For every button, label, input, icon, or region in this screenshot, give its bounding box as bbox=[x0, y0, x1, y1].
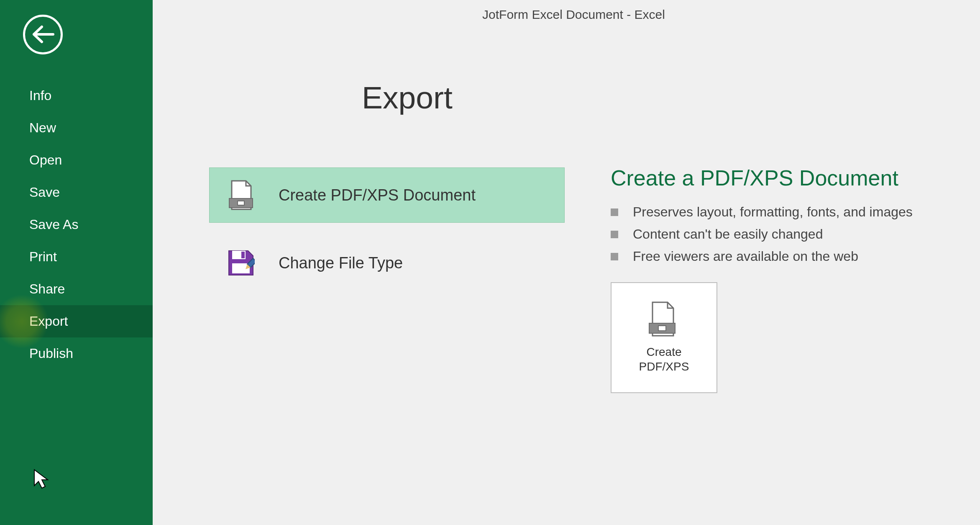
svg-rect-1 bbox=[238, 201, 244, 205]
bullet-icon bbox=[611, 253, 618, 260]
action-button-label: Create PDF/XPS bbox=[639, 345, 689, 374]
sidebar-item-label: Info bbox=[29, 88, 51, 103]
create-pdf-xps-button[interactable]: Create PDF/XPS bbox=[611, 282, 717, 393]
option-label: Change File Type bbox=[279, 254, 403, 272]
bullet-text: Free viewers are available on the web bbox=[633, 249, 858, 264]
sidebar-item-share[interactable]: Share bbox=[0, 273, 153, 305]
sidebar-item-new[interactable]: New bbox=[0, 112, 153, 144]
option-detail-panel: Create a PDF/XPS Document Preserves layo… bbox=[611, 165, 980, 525]
detail-bullet-list: Preserves layout, formatting, fonts, and… bbox=[611, 201, 980, 268]
pdf-doc-icon bbox=[226, 180, 256, 210]
svg-rect-6 bbox=[658, 326, 666, 331]
option-divider bbox=[209, 223, 565, 235]
sidebar-item-open[interactable]: Open bbox=[0, 144, 153, 176]
bullet-text: Preserves layout, formatting, fonts, and… bbox=[633, 204, 913, 220]
sidebar-item-save[interactable]: Save bbox=[0, 176, 153, 208]
back-button[interactable] bbox=[23, 15, 63, 54]
backstage-sidebar: Info New Open Save Save As Print Share E… bbox=[0, 0, 153, 525]
detail-bullet-item: Free viewers are available on the web bbox=[611, 245, 980, 268]
option-create-pdf-xps[interactable]: Create PDF/XPS Document bbox=[209, 167, 565, 223]
sidebar-item-print[interactable]: Print bbox=[0, 241, 153, 273]
svg-rect-3 bbox=[241, 252, 245, 258]
sidebar-item-export[interactable]: Export bbox=[0, 305, 153, 337]
bullet-icon bbox=[611, 231, 618, 238]
sidebar-item-info[interactable]: Info bbox=[0, 80, 153, 112]
detail-bullet-item: Content can't be easily changed bbox=[611, 223, 980, 245]
detail-bullet-item: Preserves layout, formatting, fonts, and… bbox=[611, 201, 980, 223]
sidebar-item-label: Open bbox=[29, 152, 62, 167]
sidebar-item-label: Save bbox=[29, 185, 60, 200]
main-content: Export Create PDF/XPS Document bbox=[153, 0, 980, 525]
sidebar-item-publish[interactable]: Publish bbox=[0, 337, 153, 370]
sidebar-item-label: Share bbox=[29, 281, 65, 296]
app-root: JotForm Excel Document - Excel Info New … bbox=[0, 0, 980, 525]
export-options-list: Create PDF/XPS Document Change File Type bbox=[209, 167, 565, 525]
bullet-icon bbox=[611, 208, 618, 216]
sidebar-item-label: Save As bbox=[29, 217, 78, 232]
bullet-text: Content can't be easily changed bbox=[633, 226, 823, 242]
sidebar-item-save-as[interactable]: Save As bbox=[0, 208, 153, 241]
sidebar-item-label: Export bbox=[29, 314, 68, 329]
sidebar-item-label: New bbox=[29, 120, 56, 135]
sidebar-item-label: Print bbox=[29, 249, 57, 264]
option-change-file-type[interactable]: Change File Type bbox=[209, 235, 565, 291]
detail-title: Create a PDF/XPS Document bbox=[611, 165, 980, 190]
option-label: Create PDF/XPS Document bbox=[279, 186, 476, 204]
back-arrow-icon bbox=[31, 25, 54, 44]
pdf-doc-icon bbox=[647, 301, 681, 337]
page-title: Export bbox=[362, 80, 453, 116]
save-type-icon bbox=[226, 248, 256, 278]
sidebar-item-label: Publish bbox=[29, 346, 73, 361]
